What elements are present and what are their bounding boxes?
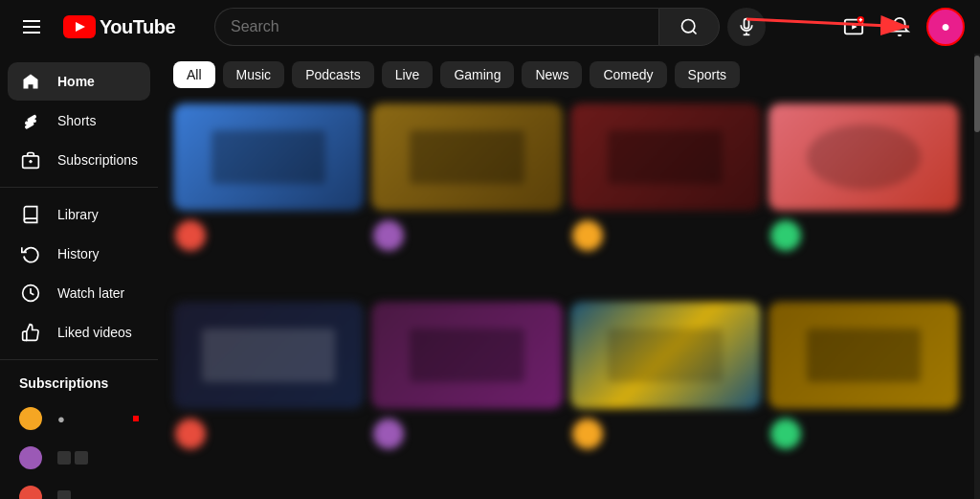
chip-gaming[interactable]: Gaming xyxy=(440,61,514,88)
svg-marker-8 xyxy=(852,24,858,30)
youtube-logo[interactable]: YouTube xyxy=(63,15,175,38)
video-meta-7 xyxy=(570,417,761,449)
search-icon xyxy=(679,17,699,36)
liked-videos-icon xyxy=(19,321,42,344)
chip-news[interactable]: News xyxy=(522,61,582,88)
chip-sports[interactable]: Sports xyxy=(675,61,740,88)
video-thumb-8 xyxy=(768,302,959,409)
sidebar-item-subscriptions[interactable]: Subscriptions xyxy=(8,141,150,179)
video-info-3 xyxy=(611,218,759,251)
video-meta-8 xyxy=(768,417,959,449)
notifications-button[interactable] xyxy=(880,8,919,46)
sidebar-item-home[interactable]: Home xyxy=(8,62,150,101)
channel-avatar-v6 xyxy=(373,419,404,449)
channel-avatar-v8 xyxy=(770,419,801,449)
chips-bar: All Music Podcasts Live Gaming News Come… xyxy=(158,54,974,96)
sidebar-divider-2 xyxy=(0,359,158,360)
sidebar-item-subscriptions-label: Subscriptions xyxy=(57,152,138,168)
topnav-center xyxy=(214,8,766,46)
account-button[interactable]: ● xyxy=(926,8,965,46)
chip-music[interactable]: Music xyxy=(223,61,285,88)
youtube-logo-text: YouTube xyxy=(100,16,175,38)
video-card-1[interactable] xyxy=(173,103,364,298)
channel-avatar-2 xyxy=(19,446,42,469)
video-thumb-7 xyxy=(570,302,761,409)
video-info-5 xyxy=(213,417,362,449)
svg-line-3 xyxy=(693,31,697,34)
sidebar-item-home-label: Home xyxy=(57,74,95,89)
video-thumb-2 xyxy=(371,103,562,211)
search-input[interactable] xyxy=(214,8,658,46)
create-button[interactable] xyxy=(835,8,873,46)
menu-button[interactable] xyxy=(15,12,48,41)
search-form xyxy=(214,8,720,46)
bell-icon xyxy=(889,16,910,37)
mic-icon xyxy=(737,17,756,36)
video-card-5[interactable] xyxy=(173,302,364,496)
sidebar-item-history[interactable]: History xyxy=(8,235,150,273)
video-card-3[interactable] xyxy=(570,103,761,298)
video-meta-1 xyxy=(173,218,364,251)
shorts-icon xyxy=(19,109,42,132)
sidebar-channel-2[interactable] xyxy=(8,439,150,477)
sidebar-channel-3[interactable] xyxy=(8,478,150,499)
watch-later-icon xyxy=(19,282,42,305)
video-card-2[interactable] xyxy=(371,103,562,298)
chip-live[interactable]: Live xyxy=(382,61,434,88)
channel-name-1: ● xyxy=(57,412,65,426)
video-thumb-6 xyxy=(371,302,562,409)
sidebar-item-liked-videos[interactable]: Liked videos xyxy=(8,313,150,352)
channel-avatar-v7 xyxy=(572,419,603,449)
sidebar-item-watch-later[interactable]: Watch later xyxy=(8,274,150,312)
sidebar-item-history-label: History xyxy=(57,246,100,261)
video-card-8[interactable] xyxy=(768,302,959,496)
home-icon xyxy=(19,70,42,93)
sidebar-item-liked-videos-label: Liked videos xyxy=(57,325,132,340)
channel-avatar-v1 xyxy=(175,220,206,251)
channel-avatar-1 xyxy=(19,407,42,430)
video-info-1 xyxy=(213,218,362,251)
library-icon xyxy=(19,203,42,226)
video-info-6 xyxy=(412,417,560,449)
channel-avatar-v3 xyxy=(572,220,603,251)
video-meta-5 xyxy=(173,417,364,449)
sidebar-item-shorts-label: Shorts xyxy=(57,113,96,128)
video-card-7[interactable] xyxy=(570,302,761,496)
video-card-4[interactable] xyxy=(768,103,959,298)
video-thumb-1 xyxy=(173,103,364,211)
svg-rect-4 xyxy=(745,19,749,29)
sidebar-divider-1 xyxy=(0,187,158,188)
channel-avatar-v2 xyxy=(373,220,404,251)
video-info-8 xyxy=(809,417,957,449)
video-meta-2 xyxy=(371,218,562,251)
chip-comedy[interactable]: Comedy xyxy=(590,61,666,88)
subscriptions-icon xyxy=(19,148,42,171)
mic-button[interactable] xyxy=(727,8,766,46)
sidebar-item-shorts[interactable]: Shorts xyxy=(8,102,150,140)
subscriptions-section-title: Subscriptions xyxy=(0,368,158,398)
video-info-4 xyxy=(809,218,957,251)
svg-point-2 xyxy=(682,20,695,33)
sidebar: Home Shorts Subscriptions Library His xyxy=(0,54,158,499)
video-info-7 xyxy=(611,417,759,449)
search-button[interactable] xyxy=(658,8,720,46)
sidebar-item-watch-later-label: Watch later xyxy=(57,285,124,301)
scrollbar-thumb[interactable] xyxy=(974,56,980,132)
create-icon xyxy=(843,16,864,37)
video-info-2 xyxy=(412,218,560,251)
topnav-right: ● xyxy=(773,8,965,46)
topnav-left: YouTube xyxy=(15,12,207,41)
sidebar-item-library[interactable]: Library xyxy=(8,195,150,234)
video-card-6[interactable] xyxy=(371,302,562,496)
topnav: YouTube xyxy=(0,0,980,54)
sidebar-channel-1[interactable]: ● xyxy=(8,399,150,438)
video-meta-4 xyxy=(768,218,959,251)
channel-avatar-v5 xyxy=(175,419,206,449)
youtube-logo-icon xyxy=(63,15,96,38)
chip-all[interactable]: All xyxy=(173,61,215,88)
video-thumb-3 xyxy=(570,103,761,211)
sidebar-item-library-label: Library xyxy=(57,207,99,222)
channel-avatar-v4 xyxy=(770,220,801,251)
scrollbar-track[interactable] xyxy=(974,54,980,499)
chip-podcasts[interactable]: Podcasts xyxy=(292,61,374,88)
